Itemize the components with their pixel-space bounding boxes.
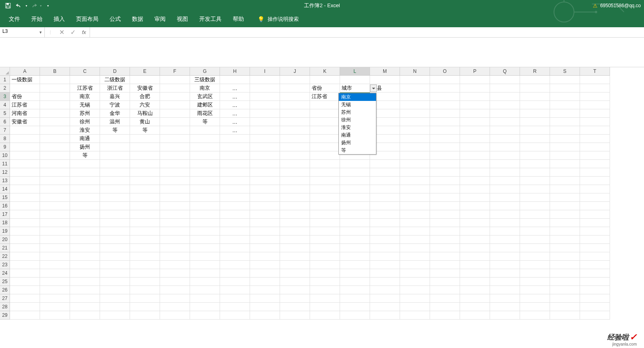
- fx-icon[interactable]: fx: [78, 29, 90, 35]
- cell-J18[interactable]: [280, 219, 310, 227]
- cell-L11[interactable]: [340, 160, 370, 168]
- cell-E12[interactable]: [130, 168, 160, 177]
- cell-J29[interactable]: [280, 311, 310, 320]
- cell-D28[interactable]: [100, 303, 130, 311]
- cell-N9[interactable]: [400, 143, 430, 151]
- cell-Q2[interactable]: [490, 84, 520, 93]
- cell-M28[interactable]: [370, 303, 400, 311]
- cell-S23[interactable]: [550, 261, 580, 269]
- cell-F20[interactable]: [160, 235, 190, 244]
- cell-E9[interactable]: [130, 143, 160, 151]
- cell-F28[interactable]: [160, 303, 190, 311]
- cell-R9[interactable]: [520, 143, 550, 151]
- cell-H20[interactable]: [220, 235, 250, 244]
- cell-R26[interactable]: [520, 286, 550, 294]
- cell-N23[interactable]: [400, 261, 430, 269]
- cell-K4[interactable]: [310, 101, 340, 109]
- cell-Q14[interactable]: [490, 185, 520, 193]
- cell-D10[interactable]: [100, 151, 130, 160]
- row-header-18[interactable]: 18: [0, 219, 10, 227]
- cell-B24[interactable]: [40, 269, 70, 278]
- row-header-1[interactable]: 1: [0, 76, 10, 84]
- cell-G25[interactable]: [190, 278, 220, 286]
- cell-P3[interactable]: [460, 93, 490, 101]
- cell-C12[interactable]: [70, 168, 100, 177]
- cell-Q10[interactable]: [490, 151, 520, 160]
- cell-C22[interactable]: [70, 252, 100, 261]
- cell-B8[interactable]: [40, 135, 70, 143]
- cells-area[interactable]: 一级数据二级数据三级数据江苏省浙江省安徽省南京…省份城市区县省份南京嘉兴合肥玄武…: [10, 76, 644, 348]
- cell-A24[interactable]: [10, 269, 40, 278]
- cell-J11[interactable]: [280, 160, 310, 168]
- cell-H26[interactable]: [220, 286, 250, 294]
- cell-A7[interactable]: [10, 126, 40, 135]
- cell-K19[interactable]: [310, 227, 340, 235]
- cell-D29[interactable]: [100, 311, 130, 320]
- cell-T21[interactable]: [580, 244, 610, 252]
- cell-L21[interactable]: [340, 244, 370, 252]
- confirm-icon[interactable]: ✓: [67, 27, 78, 38]
- cell-B5[interactable]: [40, 109, 70, 118]
- cell-K25[interactable]: [310, 278, 340, 286]
- cell-G8[interactable]: [190, 135, 220, 143]
- cell-F2[interactable]: [160, 84, 190, 93]
- cell-D11[interactable]: [100, 160, 130, 168]
- cell-C3[interactable]: 南京: [70, 93, 100, 101]
- cell-B23[interactable]: [40, 261, 70, 269]
- cell-O18[interactable]: [430, 219, 460, 227]
- cell-I15[interactable]: [250, 193, 280, 202]
- cell-K26[interactable]: [310, 286, 340, 294]
- cell-T3[interactable]: [580, 93, 610, 101]
- column-header-G[interactable]: G: [190, 67, 220, 76]
- cell-J8[interactable]: [280, 135, 310, 143]
- cell-I26[interactable]: [250, 286, 280, 294]
- cell-O11[interactable]: [430, 160, 460, 168]
- cell-Q5[interactable]: [490, 109, 520, 118]
- cell-M19[interactable]: [370, 227, 400, 235]
- cell-K1[interactable]: [310, 76, 340, 84]
- cell-Q25[interactable]: [490, 278, 520, 286]
- column-header-K[interactable]: K: [310, 67, 340, 76]
- cell-D17[interactable]: [100, 210, 130, 219]
- cell-K14[interactable]: [310, 185, 340, 193]
- cell-C2[interactable]: 江苏省: [70, 84, 100, 93]
- cell-G2[interactable]: 南京: [190, 84, 220, 93]
- cell-P12[interactable]: [460, 168, 490, 177]
- cell-G18[interactable]: [190, 219, 220, 227]
- cell-I22[interactable]: [250, 252, 280, 261]
- cell-J9[interactable]: [280, 143, 310, 151]
- row-header-27[interactable]: 27: [0, 294, 10, 303]
- cell-L12[interactable]: [340, 168, 370, 177]
- cell-N14[interactable]: [400, 185, 430, 193]
- row-header-25[interactable]: 25: [0, 278, 10, 286]
- cell-J13[interactable]: [280, 177, 310, 185]
- cell-G6[interactable]: 等: [190, 118, 220, 126]
- cell-R21[interactable]: [520, 244, 550, 252]
- row-header-7[interactable]: 7: [0, 126, 10, 135]
- cell-F21[interactable]: [160, 244, 190, 252]
- cell-F13[interactable]: [160, 177, 190, 185]
- column-header-P[interactable]: P: [460, 67, 490, 76]
- cell-B9[interactable]: [40, 143, 70, 151]
- cell-H17[interactable]: [220, 210, 250, 219]
- cell-F19[interactable]: [160, 227, 190, 235]
- cell-E19[interactable]: [130, 227, 160, 235]
- account-email[interactable]: 695051586@qq.co: [600, 3, 641, 8]
- cell-K10[interactable]: [310, 151, 340, 160]
- cell-J14[interactable]: [280, 185, 310, 193]
- cell-A6[interactable]: 安徽省: [10, 118, 40, 126]
- cell-D26[interactable]: [100, 286, 130, 294]
- cell-P28[interactable]: [460, 303, 490, 311]
- cell-E8[interactable]: [130, 135, 160, 143]
- cell-B4[interactable]: [40, 101, 70, 109]
- tab-view[interactable]: 视图: [171, 11, 194, 27]
- cell-R25[interactable]: [520, 278, 550, 286]
- cell-C29[interactable]: [70, 311, 100, 320]
- cell-D27[interactable]: [100, 294, 130, 303]
- cell-H1[interactable]: [220, 76, 250, 84]
- cell-E15[interactable]: [130, 193, 160, 202]
- cell-P10[interactable]: [460, 151, 490, 160]
- cell-F23[interactable]: [160, 261, 190, 269]
- cell-Q22[interactable]: [490, 252, 520, 261]
- tab-review[interactable]: 审阅: [149, 11, 171, 27]
